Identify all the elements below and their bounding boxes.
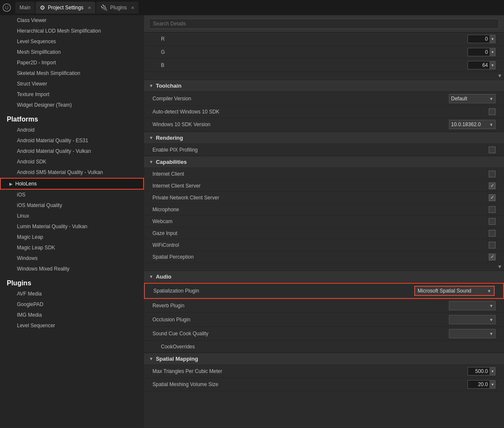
tab-project-settings-close[interactable]: ✕ — [88, 6, 91, 10]
private-network-label: Private Network Client Server — [152, 195, 489, 201]
sidebar-item-android-quality-es31[interactable]: Android Material Quality - ES31 — [0, 135, 144, 146]
sdk-version-dropdown[interactable]: 10.0.18362.0 ▼ — [449, 120, 496, 129]
occlusion-dropdown-arrow-icon: ▼ — [489, 318, 493, 322]
capabilities-label: Capabilities — [156, 159, 187, 165]
color-b-value: ▼ — [468, 61, 496, 69]
sidebar-item-paper2d[interactable]: Paper2D - Import — [0, 58, 144, 68]
sidebar-item-windows-mixed[interactable]: Windows Mixed Reality — [0, 264, 144, 274]
max-triangles-spinner[interactable]: ▼ — [490, 367, 496, 376]
sidebar-item-magic-leap-sdk[interactable]: Magic Leap SDK — [0, 243, 144, 253]
occlusion-value: ▼ — [449, 315, 496, 324]
spatialization-value: Microsoft Spatial Sound ▼ — [414, 286, 495, 296]
internet-client-checkbox[interactable] — [489, 171, 496, 177]
auto-detect-row: Auto-detect Windows 10 SDK — [144, 106, 504, 118]
tab-plugins[interactable]: 🔌 Plugins ✕ — [96, 2, 138, 14]
sidebar-item-img-media[interactable]: IMG Media — [0, 310, 144, 320]
rendering-section-header[interactable]: ▼ Rendering — [144, 132, 504, 144]
sidebar-item-android[interactable]: Android — [0, 125, 144, 135]
occlusion-label: Occlusion Plugin — [152, 317, 449, 323]
capabilities-collapse-icon: ▼ — [149, 160, 153, 164]
sidebar-item-ios-quality[interactable]: iOS Material Quality — [0, 200, 144, 211]
spatial-perception-checkbox[interactable] — [489, 254, 496, 260]
color-r-spinner[interactable]: ▼ — [490, 35, 496, 43]
svg-text:U: U — [5, 5, 8, 10]
gaze-input-checkbox[interactable] — [489, 230, 496, 237]
spatial-mapping-section-header[interactable]: ▼ Spatial Mapping — [144, 353, 504, 365]
auto-detect-label: Auto-detect Windows 10 SDK — [152, 109, 489, 115]
sidebar-item-googlepad[interactable]: GooglePAD — [0, 299, 144, 310]
occlusion-dropdown[interactable]: ▼ — [449, 315, 496, 324]
webcam-checkbox[interactable] — [489, 218, 496, 225]
sidebar-item-level-sequencer[interactable]: Level Sequencer — [0, 320, 144, 331]
color-g-label: G — [152, 49, 468, 55]
sdk-version-row: Windows 10 SDK Version 10.0.18362.0 ▼ — [144, 118, 504, 132]
meshing-volume-spinner[interactable]: ▼ — [490, 380, 496, 389]
sidebar-item-windows[interactable]: Windows — [0, 253, 144, 264]
sound-cue-dropdown[interactable]: ▼ — [449, 329, 496, 338]
meshing-volume-value: ▼ — [468, 380, 496, 389]
sound-cue-dropdown-arrow-icon: ▼ — [489, 331, 493, 336]
pix-checkbox[interactable] — [489, 146, 496, 153]
tab-project-settings-label: Project Settings — [48, 5, 83, 11]
sidebar-item-level-sequences[interactable]: Level Sequences — [0, 36, 144, 47]
sound-cue-row: Sound Cue Cook Quality ▼ — [144, 327, 504, 341]
reverb-dropdown[interactable]: ▼ — [449, 301, 496, 310]
microphone-checkbox[interactable] — [489, 206, 496, 213]
sidebar-item-android-sm5[interactable]: Android SM5 Material Quality - Vulkan — [0, 167, 144, 178]
color-g-spinner[interactable]: ▼ — [490, 48, 496, 56]
pix-value — [489, 146, 496, 153]
microphone-row: Microphone — [144, 204, 504, 215]
sidebar-item-linux[interactable]: Linux — [0, 211, 144, 221]
tab-main[interactable]: Main — [15, 2, 35, 14]
internet-client-server-label: Internet Client Server — [152, 183, 489, 189]
capabilities-section-header[interactable]: ▼ Capabilities — [144, 156, 504, 168]
tab-main-label: Main — [19, 5, 30, 11]
sidebar-item-skeletal-mesh[interactable]: Skeletal Mesh Simplification — [0, 68, 144, 79]
reverb-value: ▼ — [449, 301, 496, 310]
sidebar-item-lumin[interactable]: Lumin Material Quality - Vulkan — [0, 221, 144, 232]
internet-client-row: Internet Client — [144, 168, 504, 180]
sidebar-item-class-viewer[interactable]: Class Viewer — [0, 15, 144, 26]
compiler-version-dropdown[interactable]: Default ▼ — [449, 94, 496, 103]
sidebar-item-android-sdk[interactable]: Android SDK — [0, 157, 144, 167]
occlusion-row: Occlusion Plugin ▼ — [144, 313, 504, 327]
tab-plugins-close[interactable]: ✕ — [131, 6, 134, 10]
main-content: Class Viewer Hierarchical LOD Mesh Simpl… — [0, 15, 504, 428]
compiler-dropdown-arrow-icon: ▼ — [489, 97, 493, 101]
sidebar-item-struct-viewer[interactable]: Struct Viewer — [0, 79, 144, 89]
auto-detect-value — [489, 108, 496, 115]
audio-collapse-icon: ▼ — [149, 274, 153, 279]
private-network-checkbox[interactable] — [489, 194, 496, 201]
max-triangles-row: Max Triangles Per Cubic Meter ▼ — [144, 365, 504, 378]
color-g-row: G ▼ — [144, 46, 504, 59]
sidebar-item-android-quality-vulkan[interactable]: Android Material Quality - Vulkan — [0, 146, 144, 157]
spatial-mapping-collapse-icon: ▼ — [149, 356, 153, 361]
color-b-input[interactable] — [468, 61, 490, 69]
max-triangles-input[interactable] — [468, 367, 490, 376]
sidebar-item-mesh-simplification[interactable]: Mesh Simplification — [0, 47, 144, 58]
sidebar-item-avf-media[interactable]: AVF Media — [0, 289, 144, 299]
search-input[interactable] — [149, 19, 499, 29]
color-b-spinner[interactable]: ▼ — [490, 61, 496, 69]
reverb-row: Reverb Plugin ▼ — [144, 299, 504, 313]
toolchain-section-header[interactable]: ▼ Toolchain — [144, 80, 504, 92]
auto-detect-checkbox[interactable] — [489, 108, 496, 115]
sidebar-item-magic-leap[interactable]: Magic Leap — [0, 232, 144, 243]
internet-client-server-checkbox[interactable] — [489, 182, 496, 189]
audio-section-header[interactable]: ▼ Audio — [144, 271, 504, 283]
spatial-mapping-label: Spatial Mapping — [156, 356, 198, 362]
spatialization-row: Spatialization Plugin Microsoft Spatial … — [144, 283, 504, 299]
meshing-volume-input[interactable] — [468, 380, 490, 389]
audio-label: Audio — [156, 273, 172, 280]
cook-overrides-row: CookOverrides — [144, 341, 504, 353]
sidebar-item-hololens[interactable]: ▶ HoloLens — [0, 178, 144, 190]
sidebar-item-texture-import[interactable]: Texture Import — [0, 89, 144, 100]
tab-project-settings[interactable]: ⚙ Project Settings ✕ — [36, 2, 95, 14]
sidebar-item-widget-designer[interactable]: Widget Designer (Team) — [0, 100, 144, 110]
color-r-input[interactable] — [468, 35, 490, 43]
spatialization-dropdown[interactable]: Microsoft Spatial Sound ▼ — [414, 286, 495, 296]
sidebar-item-hierarchical-lod[interactable]: Hierarchical LOD Mesh Simplification — [0, 26, 144, 36]
color-g-input[interactable] — [468, 48, 490, 56]
sidebar-item-ios[interactable]: iOS — [0, 190, 144, 200]
wifi-control-checkbox[interactable] — [489, 242, 496, 249]
